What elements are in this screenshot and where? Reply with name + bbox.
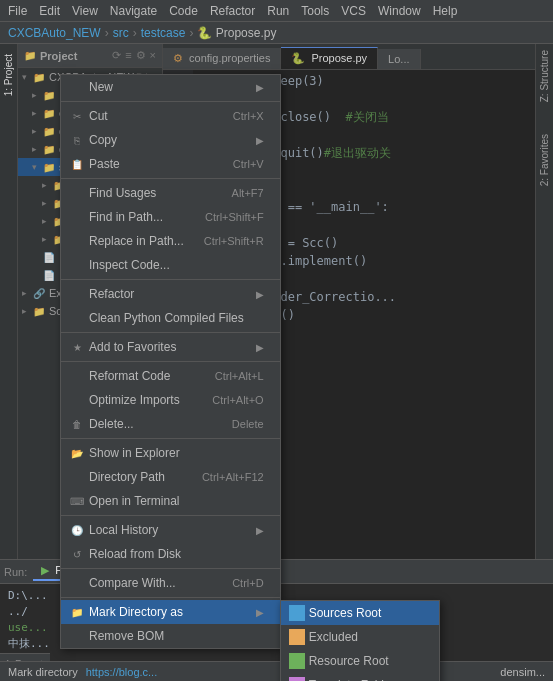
find-path-icon [69, 209, 85, 225]
context-menu: New ▶ ✂ Cut Ctrl+X ⎘ Copy ▶ 📋 Paste Ctrl… [60, 74, 281, 649]
menu-item-paste[interactable]: 📋 Paste Ctrl+V [61, 152, 280, 176]
compare-shortcut: Ctrl+D [212, 577, 263, 589]
cut-shortcut: Ctrl+X [213, 110, 264, 122]
right-tab-structure[interactable]: Z: Structure [537, 44, 552, 108]
find-usages-shortcut: Alt+F7 [212, 187, 264, 199]
menu-item-refactor[interactable]: Refactor ▶ [61, 282, 280, 306]
status-url[interactable]: https://blog.c... [86, 666, 158, 678]
reformat-icon [69, 368, 85, 384]
breadcrumb-file: 🐍 Propose.py [197, 26, 276, 40]
menu-item-inspect[interactable]: Inspect Code... [61, 253, 280, 277]
menu-code[interactable]: Code [169, 4, 198, 18]
menu-separator-5 [61, 361, 280, 362]
submenu-template-folder[interactable]: Template Folder [281, 673, 439, 681]
project-panel-header: 📁 Project ⟳ ≡ ⚙ × [18, 44, 162, 68]
breadcrumb-sep3: › [189, 26, 193, 40]
menu-run[interactable]: Run [267, 4, 289, 18]
project-panel-title: Project [40, 50, 77, 62]
paste-shortcut: Ctrl+V [213, 158, 264, 170]
menu-item-optimize[interactable]: Optimize Imports Ctrl+Alt+O [61, 388, 280, 412]
menu-window[interactable]: Window [378, 4, 421, 18]
menu-item-new[interactable]: New ▶ [61, 75, 280, 99]
tab-propose[interactable]: 🐍 Propose.py [281, 47, 378, 69]
menu-navigate[interactable]: Navigate [110, 4, 157, 18]
menu-item-delete[interactable]: 🗑 Delete... Delete [61, 412, 280, 436]
find-path-shortcut: Ctrl+Shift+F [185, 211, 264, 223]
local-history-arrow: ▶ [256, 525, 264, 536]
terminal-icon: ⌨ [69, 493, 85, 509]
right-tab-favorites[interactable]: 2: Favorites [537, 128, 552, 192]
menu-tools[interactable]: Tools [301, 4, 329, 18]
menu-item-replace-path[interactable]: Replace in Path... Ctrl+Shift+R [61, 229, 280, 253]
reload-icon: ↺ [69, 546, 85, 562]
remove-bom-icon [69, 628, 85, 644]
replace-path-icon [69, 233, 85, 249]
run-label: Run: [4, 566, 27, 578]
inspect-icon [69, 257, 85, 273]
menu-separator-8 [61, 568, 280, 569]
menu-item-local-history[interactable]: 🕒 Local History ▶ [61, 518, 280, 542]
delete-shortcut: Delete [212, 418, 264, 430]
menu-file[interactable]: File [8, 4, 27, 18]
refactor-arrow-icon: ▶ [256, 289, 264, 300]
status-text: Mark directory [8, 666, 78, 678]
mark-dir-submenu: Sources Root Excluded Resource Root Temp… [280, 600, 440, 681]
mark-dir-icon: 📁 [69, 604, 85, 620]
copy-icon: ⎘ [69, 132, 85, 148]
menu-vcs[interactable]: VCS [341, 4, 366, 18]
menu-item-remove-bom[interactable]: Remove BOM [61, 624, 280, 648]
local-history-icon: 🕒 [69, 522, 85, 538]
menu-item-find-usages[interactable]: Find Usages Alt+F7 [61, 181, 280, 205]
tab-config[interactable]: ⚙ config.properties [163, 48, 281, 69]
find-usages-icon [69, 185, 85, 201]
menu-help[interactable]: Help [433, 4, 458, 18]
menu-item-terminal[interactable]: ⌨ Open in Terminal [61, 489, 280, 513]
menu-separator-9 [61, 597, 280, 598]
menu-item-favorites[interactable]: ★ Add to Favorites ▶ [61, 335, 280, 359]
status-right: densim... [500, 666, 545, 678]
paste-icon: 📋 [69, 156, 85, 172]
favorites-icon: ★ [69, 339, 85, 355]
optimize-icon [69, 392, 85, 408]
close-panel-icon[interactable]: × [150, 49, 156, 62]
menu-item-find-path[interactable]: Find in Path... Ctrl+Shift+F [61, 205, 280, 229]
menu-separator-2 [61, 178, 280, 179]
right-sidebar: Z: Structure 2: Favorites [535, 44, 553, 559]
show-explorer-icon: 📂 [69, 445, 85, 461]
menu-item-copy[interactable]: ⎘ Copy ▶ [61, 128, 280, 152]
copy-arrow-icon: ▶ [256, 135, 264, 146]
menu-item-clean-python[interactable]: Clean Python Compiled Files [61, 306, 280, 330]
breadcrumb-sep1: › [105, 26, 109, 40]
breadcrumb-testcase[interactable]: testcase [141, 26, 186, 40]
menu-separator-6 [61, 438, 280, 439]
clean-python-icon [69, 310, 85, 326]
sidebar-tab-project[interactable]: 1: Project [1, 48, 16, 102]
menu-separator-4 [61, 332, 280, 333]
menu-item-show-explorer[interactable]: 📂 Show in Explorer [61, 441, 280, 465]
replace-path-shortcut: Ctrl+Shift+R [184, 235, 264, 247]
submenu-sources-root[interactable]: Sources Root [281, 601, 439, 625]
mark-dir-arrow: ▶ [256, 607, 264, 618]
menu-refactor[interactable]: Refactor [210, 4, 255, 18]
menu-item-dir-path[interactable]: Directory Path Ctrl+Alt+F12 [61, 465, 280, 489]
menu-separator-7 [61, 515, 280, 516]
menu-item-cut[interactable]: ✂ Cut Ctrl+X [61, 104, 280, 128]
menu-item-reformat[interactable]: Reformat Code Ctrl+Alt+L [61, 364, 280, 388]
menu-edit[interactable]: Edit [39, 4, 60, 18]
settings-icon[interactable]: ⚙ [136, 49, 146, 62]
menu-item-compare[interactable]: Compare With... Ctrl+D [61, 571, 280, 595]
compare-icon [69, 575, 85, 591]
editor-tabs: ⚙ config.properties 🐍 Propose.py Lo... [163, 44, 535, 70]
sync-icon[interactable]: ⟳ [112, 49, 121, 62]
collapse-icon[interactable]: ≡ [125, 49, 131, 62]
status-bar: Mark directory https://blog.c... densim.… [0, 661, 553, 681]
menu-item-mark-dir[interactable]: 📁 Mark Directory as ▶ Sources Root Exclu… [61, 600, 280, 624]
submenu-resource-root[interactable]: Resource Root [281, 649, 439, 673]
menu-item-reload[interactable]: ↺ Reload from Disk [61, 542, 280, 566]
menu-view[interactable]: View [72, 4, 98, 18]
menu-items: File Edit View Navigate Code Refactor Ru… [8, 4, 457, 18]
tab-lo[interactable]: Lo... [378, 49, 420, 69]
submenu-excluded[interactable]: Excluded [281, 625, 439, 649]
breadcrumb-project[interactable]: CXCBAuto_NEW [8, 26, 101, 40]
breadcrumb-src[interactable]: src [113, 26, 129, 40]
